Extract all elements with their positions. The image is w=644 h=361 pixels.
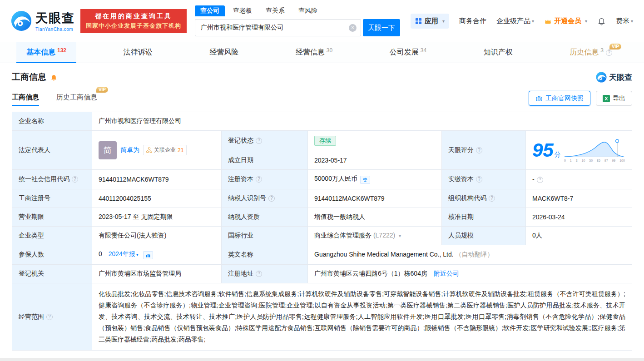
row-company-name: 企业名称 广州市视和医疗管理有限公司	[12, 112, 632, 131]
tab-basic-info[interactable]: 基本信息 132	[16, 42, 76, 63]
auto-translate-note: （自动翻译）	[456, 251, 494, 258]
help-icon[interactable]: ?	[606, 49, 612, 56]
slogan-line-1: 都在用的商业查询工具	[86, 12, 181, 20]
subtab-business-info[interactable]: 工商信息	[12, 90, 39, 106]
user-menu[interactable]: 费米 ▾	[616, 17, 633, 25]
nearby-companies-link[interactable]: 附近公司	[434, 270, 459, 277]
help-icon[interactable]: ?	[476, 147, 482, 153]
subtab-history-business-info[interactable]: VIP 历史工商信息	[56, 90, 97, 106]
membership-label: 开通会员	[554, 17, 581, 25]
enterprise-products-menu[interactable]: 企业级产品 ▾	[496, 17, 534, 25]
help-icon[interactable]: ?	[537, 177, 543, 183]
enterprise-label: 企业级产品	[496, 17, 530, 25]
tab-operating-risk[interactable]: 经营风险	[199, 42, 248, 63]
tab-legal-label: 法律诉讼	[124, 48, 153, 57]
reg-status-label: 登记状态?	[222, 131, 308, 151]
tab-operating-info[interactable]: 经营信息 30	[286, 42, 342, 63]
business-cooperation-link[interactable]: 商务合作	[459, 17, 486, 25]
username-label: 费米	[616, 17, 629, 25]
row-reg-number: 工商注册号 440112004025155 纳税人识别号? 91440112MA…	[12, 189, 632, 208]
tab-history-count: 3	[600, 47, 604, 54]
tab-intellectual-property[interactable]: 知识产权	[474, 42, 523, 63]
row-business-scope: 经营范围? 化妆品批发;化妆品零售;信息技术咨询服务;软件销售;信息系统集成服务…	[12, 283, 632, 351]
row-legal-rep: 法定代表人 简 简卓为 关联企业 21 登记状态? 存续 天眼评分?	[12, 131, 632, 151]
chevron-down-icon[interactable]: ▾	[399, 233, 401, 238]
snapshot-label: 工商官网快照	[545, 94, 584, 103]
tianyancha-logo[interactable]: 天眼查 TianYanCha.com	[11, 10, 75, 32]
industry-code: (L7222)	[373, 232, 395, 239]
taxpayer-quality-label: 纳税人资质	[222, 208, 308, 227]
row-credit-code: 统一社会信用代码? 91440112MACK6WT879 注册资本? 50000…	[12, 170, 632, 189]
capital-scale-icon[interactable]	[360, 176, 370, 184]
camera-icon	[535, 95, 543, 102]
tab-development-label: 公司发展	[390, 48, 419, 57]
help-icon[interactable]: ?	[268, 195, 275, 202]
chevron-down-icon: ▾	[585, 19, 587, 24]
tab-history-info[interactable]: VIP 历史信息 3 ?	[560, 42, 622, 63]
tab-company-development[interactable]: 公司发展 34	[380, 42, 436, 63]
company-type-value: 有限责任公司(法人独资)	[92, 227, 222, 245]
subtabs: 工商信息 VIP 历史工商信息	[12, 90, 97, 106]
help-icon[interactable]: ?	[256, 176, 262, 183]
score-label: 天眼评分?	[442, 131, 526, 170]
help-icon[interactable]: ?	[72, 176, 78, 183]
slogan-line-2: 国家中小企业发展子基金旗下机构	[86, 22, 181, 30]
legal-rep-name-link[interactable]: 简卓为	[120, 146, 139, 154]
help-icon[interactable]: ?	[256, 138, 262, 144]
cooperation-label: 商务合作	[459, 17, 486, 25]
business-term-label: 营业期限	[12, 208, 92, 227]
company-nav-tabs: 基本信息 132 法律诉讼 经营风险 经营信息 30 公司发展 34 知识产权 …	[0, 42, 644, 63]
credit-code-label: 统一社会信用代码?	[12, 170, 92, 189]
related-companies-tag[interactable]: 关联企业 21	[143, 145, 187, 155]
notifications-bell-icon[interactable]	[597, 17, 606, 25]
tab-legal-proceedings[interactable]: 法律诉讼	[114, 42, 163, 63]
score-distribution-chart[interactable]: 0131050859799100	[564, 138, 625, 162]
search-tab-company[interactable]: 查公司	[195, 5, 225, 16]
row-company-type: 企业类型 有限责任公司(法人独资) 国标行业 商业综合体管理服务 (L7222)…	[12, 227, 632, 245]
search-tab-risk[interactable]: 查风险	[293, 5, 323, 16]
chevron-down-icon: ▾	[442, 19, 445, 24]
score-axis-ticks: 0131050859799100	[564, 159, 625, 162]
help-icon[interactable]: ?	[46, 314, 53, 320]
search-box: ×	[195, 19, 361, 36]
status-badge: 存续	[314, 136, 336, 146]
subscribe-bell-icon[interactable]	[50, 74, 58, 81]
table-actions: 工商官网快照 导出	[529, 91, 632, 106]
help-icon[interactable]: ?	[476, 176, 482, 183]
search-input[interactable]	[195, 20, 361, 36]
reg-address-label: 注册地址?	[222, 265, 308, 283]
row-business-term: 营业期限 2023-05-17 至 无固定期限 纳税人资质 增值税一般纳税人 核…	[12, 208, 632, 227]
reg-status-value: 存续	[308, 131, 442, 151]
reg-number-value: 440112004025155	[92, 189, 222, 208]
score-value: 95	[532, 139, 554, 161]
export-button[interactable]: 导出	[596, 91, 632, 106]
related-companies-label: 关联企业	[154, 146, 176, 154]
apps-menu[interactable]: 应用 ▾	[411, 14, 449, 29]
help-icon[interactable]: ?	[489, 195, 495, 202]
annual-report-dropdown[interactable]: 2024年报	[109, 250, 135, 257]
horizontal-scrollbar[interactable]	[0, 358, 644, 361]
approval-date-value: 2026-03-24	[526, 208, 632, 227]
search-button[interactable]: 天眼一下	[363, 19, 400, 36]
search-area: 查公司 查老板 查关系 查风险 × 天眼一下	[195, 5, 400, 36]
vip-badge: VIP	[609, 44, 621, 49]
business-term-value: 2023-05-17 至 无固定期限	[92, 208, 222, 227]
score-cell: 95分 0131050859799100	[526, 131, 632, 170]
taxpayer-quality-value: 增值税一般纳税人	[308, 208, 442, 227]
vip-badge: VIP	[96, 87, 108, 93]
tab-development-count: 34	[421, 47, 426, 54]
paid-capital-label: 实缴资本?	[442, 170, 526, 189]
staff-size-label: 人员规模	[442, 227, 526, 245]
search-tab-boss[interactable]: 查老板	[228, 5, 258, 16]
clear-search-icon[interactable]: ×	[349, 24, 357, 32]
credit-code-value: 91440112MACK6WT879	[92, 170, 222, 189]
tianyancha-watermark-icon	[596, 72, 607, 83]
org-code-value: MACK6WT8-7	[526, 189, 632, 208]
help-icon[interactable]: ?	[256, 271, 262, 277]
tab-operating-label: 经营信息	[296, 48, 325, 57]
open-membership-link[interactable]: 开通会员 ▾	[544, 17, 587, 25]
official-snapshot-button[interactable]: 工商官网快照	[529, 91, 590, 106]
search-tab-relation[interactable]: 查关系	[260, 5, 290, 16]
insured-chart-icon[interactable]	[143, 251, 153, 259]
legal-rep-avatar[interactable]: 简	[99, 141, 117, 159]
